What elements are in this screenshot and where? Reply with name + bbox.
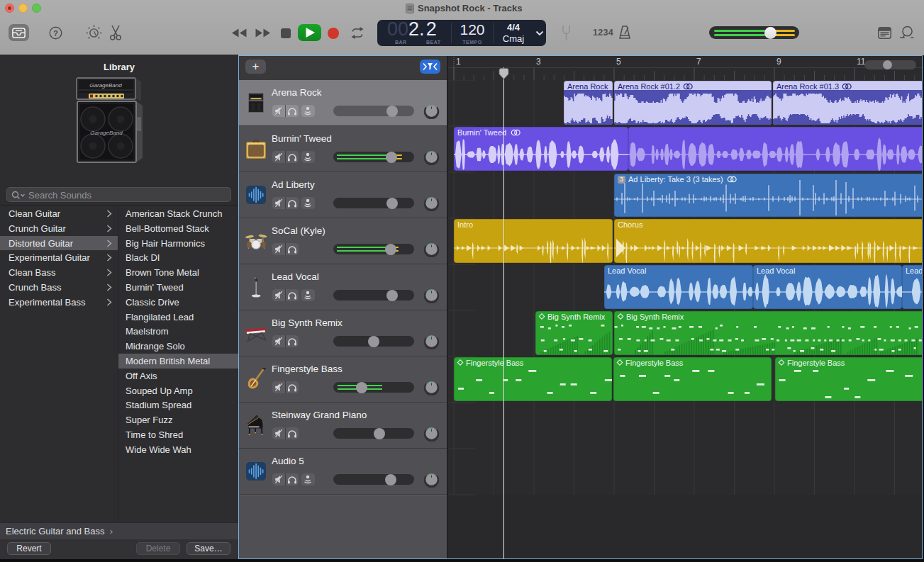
svg-text:?: ? [53, 29, 58, 38]
svg-text:GarageBand: GarageBand [89, 82, 122, 89]
svg-text:GarageBand: GarageBand [90, 130, 123, 136]
